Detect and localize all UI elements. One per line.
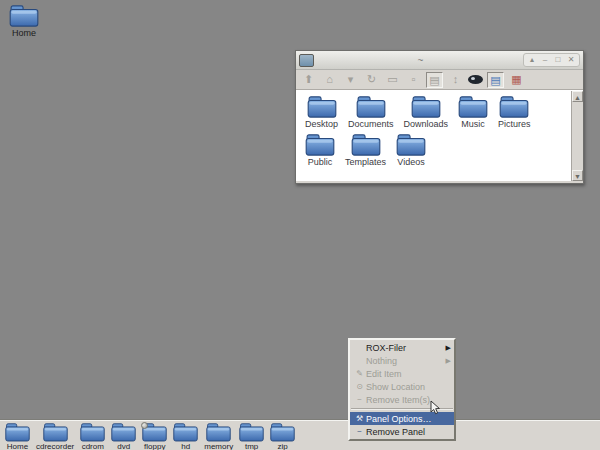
details-view-icon[interactable]: ▤ <box>487 72 504 88</box>
panel-item-label: tmp <box>239 442 264 450</box>
window-titlebar[interactable]: ~ ▴–□✕ <box>296 51 583 70</box>
up-icon[interactable]: ⬆ <box>300 72 317 88</box>
panel-item-floppy[interactable]: floppy <box>139 422 170 450</box>
rox-filer-window: ~ ▴–□✕ ⬆⌂▾↻▭▫▤↕▤▦ DesktopDocumentsDownlo… <box>295 50 584 184</box>
folder-item-public[interactable]: Public <box>300 132 340 168</box>
panel-item-cdrecorder[interactable]: cdrecorder <box>33 422 77 450</box>
menu-item-icon: − <box>353 427 366 436</box>
menu-item-label: Remove Panel <box>366 427 451 437</box>
menu-item-rox-filer[interactable]: ROX-Filer▶ <box>350 341 454 354</box>
bottom-panel: Homecdrecordercdromdvdfloppyhdmemorytmpz… <box>0 420 600 450</box>
smaller-icons-icon[interactable]: ▭ <box>384 72 401 88</box>
panel-item-hd[interactable]: hd <box>170 422 201 450</box>
folder-item-downloads[interactable]: Downloads <box>399 94 454 130</box>
bookmarks-icon[interactable]: ▾ <box>342 72 359 88</box>
menu-item-show-location[interactable]: ⊙Show Location <box>350 380 454 393</box>
panel-item-memory[interactable]: memory <box>201 422 236 450</box>
panel-item-label: floppy <box>142 442 167 450</box>
desktop-home-icon[interactable]: Home <box>2 4 46 38</box>
folder-item-documents[interactable]: Documents <box>343 94 399 130</box>
scroll-down-icon[interactable]: ▼ <box>572 170 583 181</box>
panel-item-label: memory <box>204 442 233 450</box>
shade-button[interactable]: ▴ <box>526 54 538 66</box>
panel-item-zip[interactable]: zip <box>267 422 298 450</box>
menu-item-remove-panel[interactable]: −Remove Panel <box>350 425 454 438</box>
folder-label: Music <box>458 119 488 129</box>
folder-item-music[interactable]: Music <box>453 94 493 130</box>
scroll-up-icon[interactable]: ▲ <box>572 91 583 102</box>
panel-item-dvd[interactable]: dvd <box>108 422 139 450</box>
sort-icon[interactable]: ↕ <box>447 72 464 88</box>
menu-item-icon: − <box>353 395 366 404</box>
menu-item-label: ROX-Filer <box>366 343 446 353</box>
file-list: DesktopDocumentsDownloadsMusicPicturesPu… <box>296 91 567 170</box>
desktop: { "desktop": { "home_icon_label": "Home"… <box>0 0 600 450</box>
folder-item-pictures[interactable]: Pictures <box>493 94 536 130</box>
panel-item-home[interactable]: Home <box>2 422 33 450</box>
menu-item-nothing[interactable]: Nothing▶ <box>350 354 454 367</box>
folder-item-desktop[interactable]: Desktop <box>300 94 343 130</box>
menu-item-icon: ⊙ <box>353 382 366 391</box>
show-hidden-icon[interactable] <box>468 75 483 84</box>
panel-item-cdrom[interactable]: cdrom <box>77 422 108 450</box>
menu-item-label: Edit Item <box>366 369 451 379</box>
panel-item-label: Home <box>5 442 30 450</box>
folder-label: Videos <box>396 157 426 167</box>
folder-label: Pictures <box>498 119 531 129</box>
maximize-button[interactable]: □ <box>552 54 564 66</box>
panel-context-menu: ROX-Filer▶Nothing▶✎Edit Item⊙Show Locati… <box>348 338 456 441</box>
window-title: ~ <box>318 55 523 66</box>
panel-item-tmp[interactable]: tmp <box>236 422 267 450</box>
folder-label: Desktop <box>305 119 338 129</box>
panel-item-label: dvd <box>111 442 136 450</box>
home-icon[interactable]: ⌂ <box>321 72 338 88</box>
folder-label: Public <box>305 157 335 167</box>
submenu-arrow-icon: ▶ <box>446 344 451 352</box>
window-buttons: ▴–□✕ <box>523 53 580 67</box>
panel-item-label: zip <box>270 442 295 450</box>
scrollbar[interactable]: ▲ ▼ <box>571 91 583 181</box>
folder-icon <box>2 4 46 27</box>
icons-view-icon[interactable]: ▤ <box>426 72 443 88</box>
menu-item-label: Show Location <box>366 382 451 392</box>
folder-item-videos[interactable]: Videos <box>391 132 431 168</box>
menu-item-icon: ✎ <box>353 369 366 378</box>
minimize-button[interactable]: – <box>539 54 551 66</box>
folder-label: Downloads <box>404 119 449 129</box>
window-menu-icon[interactable] <box>299 54 314 67</box>
menu-item-icon: ⚒ <box>353 414 366 423</box>
folder-label: Documents <box>348 119 394 129</box>
window-content: DesktopDocumentsDownloadsMusicPicturesPu… <box>296 90 583 181</box>
menu-item-label: Nothing <box>366 356 446 366</box>
menu-item-edit-item[interactable]: ✎Edit Item <box>350 367 454 380</box>
folder-item-templates[interactable]: Templates <box>340 132 391 168</box>
folder-label: Templates <box>345 157 386 167</box>
select-all-icon[interactable]: ▦ <box>508 72 525 88</box>
close-button[interactable]: ✕ <box>565 54 577 66</box>
panel-item-label: cdrom <box>80 442 105 450</box>
panel-item-label: hd <box>173 442 198 450</box>
refresh-icon[interactable]: ↻ <box>363 72 380 88</box>
submenu-arrow-icon: ▶ <box>446 357 451 365</box>
panel-item-label: cdrecorder <box>36 442 74 450</box>
desktop-home-label: Home <box>2 28 46 38</box>
mouse-cursor <box>430 400 442 416</box>
larger-icons-icon[interactable]: ▫ <box>405 72 422 88</box>
window-toolbar: ⬆⌂▾↻▭▫▤↕▤▦ <box>296 70 583 90</box>
